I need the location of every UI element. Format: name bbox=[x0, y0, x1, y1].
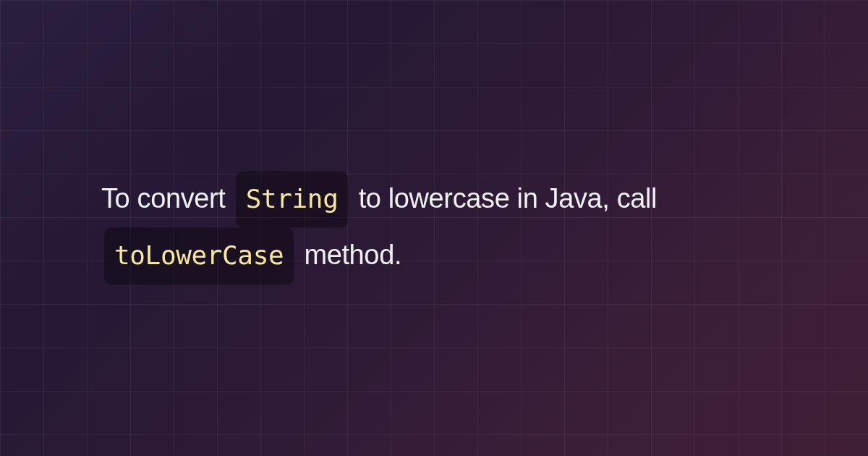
code-string: String bbox=[236, 172, 349, 228]
text-segment-2: to lowercase in Java, call bbox=[351, 183, 657, 214]
content-container: To convert String to lowercase in Java, … bbox=[87, 172, 781, 285]
text-segment-3: method. bbox=[297, 240, 401, 270]
code-tolowercase: toLowerCase bbox=[104, 228, 294, 284]
text-segment-1: To convert bbox=[101, 183, 233, 214]
description-text: To convert String to lowercase in Java, … bbox=[101, 172, 767, 285]
